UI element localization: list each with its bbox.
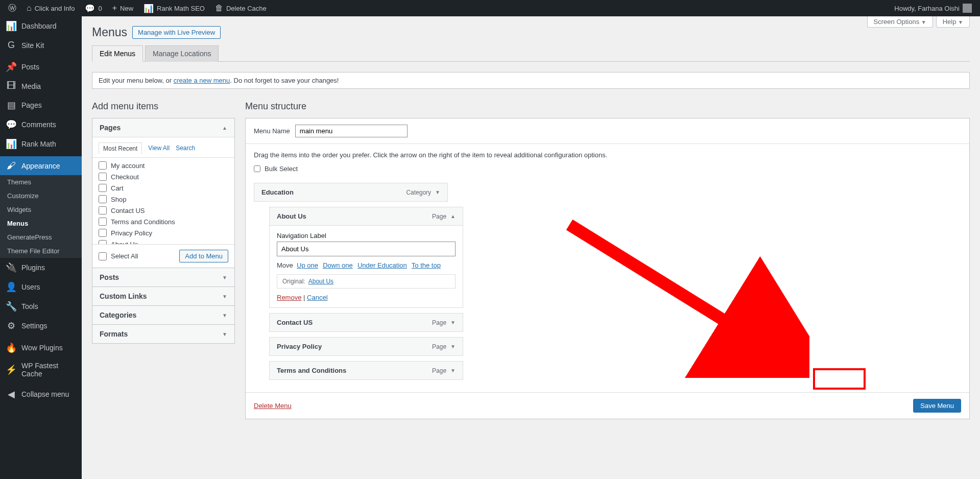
remove-link[interactable]: Remove — [277, 294, 301, 301]
manage-live-preview-button[interactable]: Manage with Live Preview — [132, 26, 221, 39]
pages-checklist[interactable]: My account Checkout Cart Shop Contact US… — [92, 157, 234, 244]
sub-theme-file-editor[interactable]: Theme File Editor — [0, 244, 82, 258]
accordion-formats-header[interactable]: Formats▼ — [92, 325, 234, 343]
sidebar-posts[interactable]: 📌Posts — [0, 57, 82, 77]
chevron-down-icon: ▼ — [450, 320, 456, 325]
subtab-view-all[interactable]: View All — [148, 142, 170, 154]
bulk-select-checkbox[interactable] — [254, 165, 260, 172]
page-check-item[interactable]: Contact US — [99, 205, 232, 216]
checkbox[interactable] — [99, 195, 107, 203]
home-icon: ⌂ — [27, 4, 32, 13]
select-all[interactable]: Select All — [99, 251, 138, 262]
menu-item-contact[interactable]: Contact US Page▼ — [269, 313, 463, 332]
original-link[interactable]: About Us — [308, 278, 333, 285]
chevron-down-icon: ▼ — [222, 294, 227, 299]
move-down-link[interactable]: Down one — [323, 261, 353, 269]
sidebar-media[interactable]: 🎞Media — [0, 77, 82, 95]
subtab-recent[interactable]: Most Recent — [99, 142, 142, 154]
tab-manage-locations[interactable]: Manage Locations — [145, 45, 219, 62]
sidebar-appearance[interactable]: 🖌Appearance — [0, 156, 82, 175]
comments-link[interactable]: 💬0 — [81, 0, 106, 16]
sub-menus[interactable]: Menus — [0, 217, 82, 230]
instructions-text: Drag the items into the order you prefer… — [254, 151, 961, 159]
sidebar-plugins[interactable]: 🔌Plugins — [0, 258, 82, 277]
page-check-item[interactable]: About Us — [99, 238, 232, 244]
admin-sidebar: 📊Dashboard GSite Kit 📌Posts 🎞Media ▤Page… — [0, 0, 82, 479]
chevron-down-icon: ▼ — [222, 331, 227, 337]
rankmath-link[interactable]: 📊Rank Math SEO — [139, 0, 209, 16]
screen-options-button[interactable]: Screen Options ▼ — [867, 16, 933, 28]
sidebar-tools[interactable]: 🔧Tools — [0, 297, 82, 316]
page-check-item[interactable]: Privacy Policy — [99, 227, 232, 238]
sidebar-sitekit[interactable]: GSite Kit — [0, 36, 82, 55]
wp-logo[interactable]: ⓦ — [4, 0, 20, 16]
page-check-item[interactable]: Checkout — [99, 171, 232, 182]
chevron-down-icon: ▼ — [450, 344, 456, 349]
menu-item-terms[interactable]: Terms and Conditions Page▼ — [269, 361, 463, 380]
sidebar-wpfc[interactable]: ⚡WP Fastest Cache — [0, 357, 82, 382]
move-top-link[interactable]: To the top — [412, 261, 441, 269]
page-check-item[interactable]: Shop — [99, 194, 232, 205]
help-button[interactable]: Help ▼ — [936, 16, 970, 28]
checkbox[interactable] — [99, 240, 107, 244]
move-under-link[interactable]: Under Education — [357, 261, 407, 269]
page-check-item[interactable]: Terms and Conditions — [99, 216, 232, 227]
checkbox[interactable] — [99, 173, 107, 181]
delete-cache-link[interactable]: 🗑Delete Cache — [211, 0, 271, 16]
nav-label-input[interactable] — [277, 242, 456, 256]
page-icon: ▤ — [6, 100, 16, 111]
sub-customize[interactable]: Customize — [0, 189, 82, 203]
new-link[interactable]: +New — [108, 0, 137, 16]
accordion-posts: Posts▼ — [92, 268, 235, 287]
add-to-menu-button[interactable]: Add to Menu — [179, 250, 228, 262]
save-menu-button[interactable]: Save Menu — [913, 399, 961, 413]
chevron-down-icon: ▼ — [450, 368, 456, 373]
accordion-custom-header[interactable]: Custom Links▼ — [92, 287, 234, 305]
bulk-select[interactable]: Bulk Select — [254, 165, 961, 173]
nav-tabs: Edit Menus Manage Locations — [92, 45, 970, 62]
menu-item-privacy[interactable]: Privacy Policy Page▼ — [269, 337, 463, 356]
sidebar-rankmath[interactable]: 📊Rank Math — [0, 134, 82, 154]
plus-icon: + — [112, 4, 117, 13]
collapse-menu[interactable]: ◀Collapse menu — [0, 385, 82, 404]
delete-menu-link[interactable]: Delete Menu — [254, 402, 292, 410]
appearance-submenu: Themes Customize Widgets Menus GenerateP… — [0, 175, 82, 258]
menu-name-input[interactable] — [295, 125, 408, 137]
page-check-item[interactable]: Cart — [99, 182, 232, 194]
sub-generatepress[interactable]: GeneratePress — [0, 230, 82, 244]
checkbox[interactable] — [99, 184, 107, 192]
tab-edit-menus[interactable]: Edit Menus — [92, 45, 143, 62]
page-check-item[interactable]: My account — [99, 160, 232, 171]
select-all-checkbox[interactable] — [99, 252, 107, 260]
checkbox[interactable] — [99, 161, 107, 170]
sidebar-dashboard[interactable]: 📊Dashboard — [0, 16, 82, 36]
sidebar-comments[interactable]: 💬Comments — [0, 115, 82, 134]
cancel-link[interactable]: Cancel — [307, 294, 327, 301]
bar-icon: 📊 — [6, 138, 16, 150]
sub-widgets[interactable]: Widgets — [0, 203, 82, 217]
checkbox[interactable] — [99, 218, 107, 226]
sub-themes[interactable]: Themes — [0, 175, 82, 189]
menu-item-education[interactable]: Education Category▼ — [254, 183, 448, 202]
sidebar-pages[interactable]: ▤Pages — [0, 95, 82, 115]
sidebar-users[interactable]: 👤Users — [0, 277, 82, 297]
move-up-link[interactable]: Up one — [297, 261, 318, 269]
page-title: Menus — [92, 26, 127, 39]
accordion-pages-header[interactable]: Pages▲ — [92, 118, 234, 137]
chevron-down-icon: ▼ — [958, 19, 963, 25]
checkbox[interactable] — [99, 229, 107, 237]
flame-icon: 🔥 — [6, 342, 16, 353]
bolt-icon: ⚡ — [6, 364, 16, 375]
sidebar-wow-plugins[interactable]: 🔥Wow Plugins — [0, 338, 82, 357]
site-link[interactable]: ⌂Click and Info — [22, 0, 79, 16]
menu-item-about-us[interactable]: About Us Page▲ Navigation Label Move Up … — [269, 207, 463, 308]
sidebar-settings[interactable]: ⚙Settings — [0, 316, 82, 336]
original-box: Original: About Us — [277, 274, 456, 289]
bubble-icon: 💬 — [6, 119, 16, 130]
howdy-link[interactable]: Howdy, Farhana Oishi — [890, 0, 976, 16]
checkbox[interactable] — [99, 206, 107, 214]
accordion-posts-header[interactable]: Posts▼ — [92, 268, 234, 286]
create-new-menu-link[interactable]: create a new menu — [174, 77, 230, 84]
accordion-categories-header[interactable]: Categories▼ — [92, 306, 234, 324]
subtab-search[interactable]: Search — [176, 142, 195, 154]
